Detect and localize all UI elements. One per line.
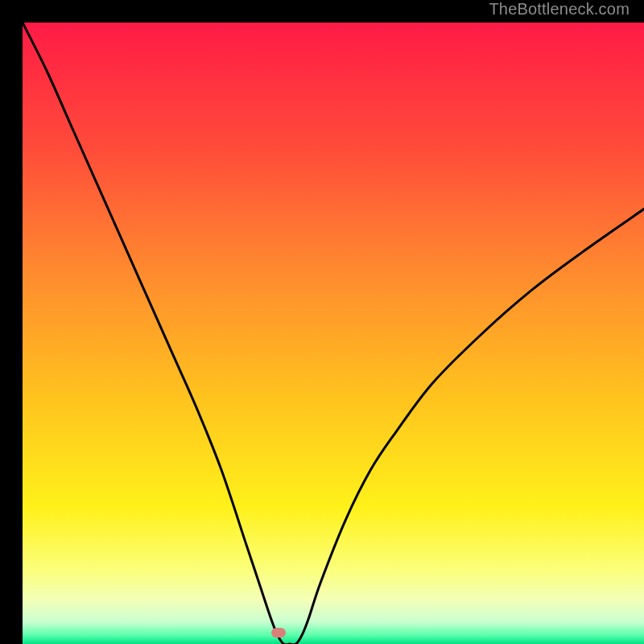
watermark-text: TheBottleneck.com [489,0,630,19]
bottleneck-chart [23,23,644,644]
optimal-point-marker [271,628,286,638]
chart-frame [11,11,633,633]
